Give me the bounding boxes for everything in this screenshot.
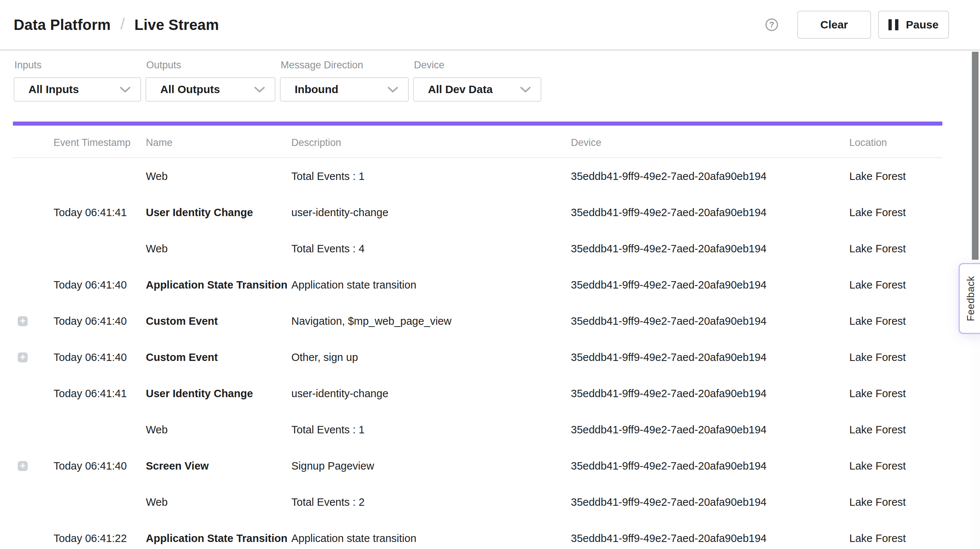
- event-location: Lake Forest: [849, 279, 942, 292]
- plus-icon: +: [20, 461, 25, 471]
- event-description: Total Events : 1: [291, 423, 571, 436]
- event-location: Lake Forest: [849, 170, 942, 183]
- events-table: Event Timestamp Name Description Device …: [13, 126, 942, 549]
- filter-outputs: Outputs All Outputs: [145, 59, 275, 102]
- expand-button[interactable]: +: [18, 316, 28, 326]
- table-header-row: Event Timestamp Name Description Device …: [13, 126, 942, 158]
- message-direction-select[interactable]: Inbound: [280, 77, 409, 102]
- device-select[interactable]: All Dev Data: [413, 77, 541, 102]
- expand-cell: +: [13, 207, 54, 218]
- event-name: Web: [146, 170, 291, 183]
- event-description: Navigation, $mp_web_page_view: [291, 315, 571, 328]
- selected-value: All Dev Data: [428, 83, 493, 96]
- event-timestamp: Today 06:41:40: [54, 351, 146, 364]
- event-device: 35eddb41-9ff9-49e2-7aed-20afa90eb194: [571, 351, 849, 364]
- plus-icon: +: [20, 316, 25, 326]
- breadcrumb-section[interactable]: Data Platform: [14, 17, 111, 33]
- expand-cell: +: [13, 461, 54, 471]
- event-description: Total Events : 2: [291, 496, 571, 509]
- outputs-select[interactable]: All Outputs: [145, 77, 275, 102]
- inputs-select[interactable]: All Inputs: [14, 77, 141, 102]
- expand-button[interactable]: +: [18, 461, 28, 471]
- breadcrumb: Data Platform / Live Stream: [14, 16, 219, 34]
- header-actions: ? Clear Pause: [765, 11, 949, 39]
- event-device: 35eddb41-9ff9-49e2-7aed-20afa90eb194: [571, 532, 849, 545]
- live-stream-page: Data Platform / Live Stream ? Clear Paus…: [0, 0, 980, 549]
- column-location: Location: [849, 137, 942, 157]
- event-description: Application state transition: [291, 532, 571, 545]
- plus-icon: +: [20, 353, 25, 362]
- event-name: Web: [146, 243, 291, 255]
- column-expand: [13, 148, 54, 157]
- event-description: Other, sign up: [291, 351, 571, 364]
- expand-cell: +: [13, 497, 54, 507]
- table-row: + Web Total Events : 1 35eddb41-9ff9-49e…: [13, 412, 942, 448]
- event-location: Lake Forest: [849, 206, 942, 219]
- event-device: 35eddb41-9ff9-49e2-7aed-20afa90eb194: [571, 496, 849, 509]
- filter-label: Inputs: [14, 59, 141, 71]
- event-device: 35eddb41-9ff9-49e2-7aed-20afa90eb194: [571, 170, 849, 183]
- event-description: Application state transition: [291, 279, 571, 292]
- expand-cell: +: [13, 244, 54, 254]
- event-timestamp: Today 06:41:22: [54, 532, 146, 545]
- column-description: Description: [291, 137, 571, 157]
- expand-cell: +: [13, 425, 54, 435]
- event-location: Lake Forest: [849, 496, 942, 509]
- event-location: Lake Forest: [849, 532, 942, 545]
- clear-button[interactable]: Clear: [797, 11, 871, 39]
- column-name: Name: [146, 137, 291, 157]
- chevron-down-icon: [119, 86, 131, 93]
- column-event-timestamp: Event Timestamp: [54, 137, 146, 157]
- event-location: Lake Forest: [849, 423, 942, 436]
- event-name: Application State Transition: [146, 532, 291, 545]
- pause-button[interactable]: Pause: [878, 11, 949, 39]
- event-device: 35eddb41-9ff9-49e2-7aed-20afa90eb194: [571, 279, 849, 292]
- expand-button[interactable]: +: [18, 353, 28, 362]
- breadcrumb-separator-icon: /: [120, 15, 125, 33]
- table-row: + Web Total Events : 2 35eddb41-9ff9-49e…: [13, 484, 942, 520]
- page-header: Data Platform / Live Stream ? Clear Paus…: [0, 0, 980, 51]
- table-body: + Web Total Events : 1 35eddb41-9ff9-49e…: [13, 158, 942, 549]
- scrollbar-thumb[interactable]: [972, 52, 978, 260]
- column-device: Device: [571, 137, 849, 157]
- selected-value: All Inputs: [29, 83, 79, 96]
- event-name: Screen View: [146, 460, 291, 472]
- help-icon[interactable]: ?: [765, 19, 778, 31]
- event-location: Lake Forest: [849, 315, 942, 328]
- filter-label: Message Direction: [281, 59, 409, 71]
- table-row: + Today 06:41:40 Application State Trans…: [13, 267, 942, 303]
- filter-label: Outputs: [146, 59, 275, 71]
- event-device: 35eddb41-9ff9-49e2-7aed-20afa90eb194: [571, 387, 849, 400]
- event-description: Signup Pageview: [291, 460, 571, 472]
- event-name: Application State Transition: [146, 279, 291, 292]
- event-timestamp: Today 06:41:40: [54, 460, 146, 472]
- event-timestamp: Today 06:41:40: [54, 279, 146, 292]
- table-row: + Today 06:41:41 User Identity Change us…: [13, 375, 942, 412]
- event-timestamp: Today 06:41:41: [54, 387, 146, 400]
- help-glyph: ?: [769, 21, 774, 29]
- pause-button-label: Pause: [906, 19, 938, 31]
- expand-cell: +: [13, 389, 54, 399]
- selected-value: Inbound: [295, 83, 338, 96]
- feedback-tab[interactable]: Feedback: [959, 263, 980, 334]
- event-location: Lake Forest: [849, 243, 942, 255]
- event-description: user-identity-change: [291, 387, 571, 400]
- event-device: 35eddb41-9ff9-49e2-7aed-20afa90eb194: [571, 460, 849, 472]
- table-row: + Today 06:41:40 Custom Event Other, sig…: [13, 339, 942, 375]
- event-timestamp: Today 06:41:41: [54, 206, 146, 219]
- event-description: Total Events : 4: [291, 243, 571, 255]
- filter-label: Device: [414, 59, 541, 71]
- table-row: + Web Total Events : 4 35eddb41-9ff9-49e…: [13, 231, 942, 267]
- event-description: user-identity-change: [291, 206, 571, 219]
- event-location: Lake Forest: [849, 460, 942, 472]
- page-title: Live Stream: [134, 17, 219, 33]
- table-row: + Today 06:41:40 Custom Event Navigation…: [13, 303, 942, 339]
- event-location: Lake Forest: [849, 351, 942, 364]
- feedback-tab-label: Feedback: [965, 276, 977, 321]
- expand-cell: +: [13, 533, 54, 543]
- chevron-down-icon: [520, 86, 531, 93]
- chevron-down-icon: [387, 86, 398, 93]
- event-timestamp: Today 06:41:40: [54, 315, 146, 328]
- event-device: 35eddb41-9ff9-49e2-7aed-20afa90eb194: [571, 243, 849, 255]
- filter-message-direction: Message Direction Inbound: [280, 59, 409, 102]
